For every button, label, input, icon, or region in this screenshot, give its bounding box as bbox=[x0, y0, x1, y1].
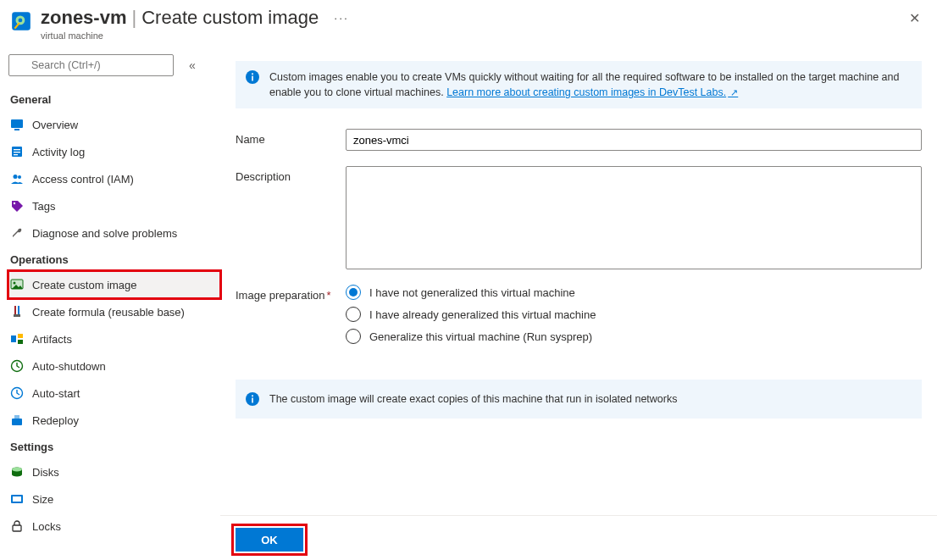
disk-icon bbox=[10, 465, 24, 479]
svg-point-12 bbox=[18, 175, 21, 179]
footer: OK bbox=[220, 515, 937, 560]
svg-rect-32 bbox=[252, 76, 253, 81]
svg-rect-5 bbox=[11, 119, 23, 128]
sidebar-item-activity-log[interactable]: Activity log bbox=[8, 138, 220, 165]
sidebar-item-label: Artifacts bbox=[32, 333, 72, 346]
external-link-icon: ↗ bbox=[728, 87, 738, 97]
sidebar-item-label: Activity log bbox=[32, 146, 85, 158]
info-text: The custom image will create exact copie… bbox=[269, 391, 677, 407]
image-icon bbox=[10, 278, 24, 291]
svg-rect-24 bbox=[12, 419, 22, 425]
page-header: zones-vm | Create custom image ··· virtu… bbox=[0, 0, 937, 46]
sidebar-item-diagnose[interactable]: Diagnose and solve problems bbox=[8, 219, 220, 247]
sidebar-item-locks[interactable]: Locks bbox=[8, 513, 220, 540]
name-label: Name bbox=[236, 129, 346, 146]
svg-point-36 bbox=[252, 395, 253, 396]
sidebar-item-label: Disks bbox=[32, 466, 59, 479]
tag-icon bbox=[10, 199, 24, 213]
wrench-icon bbox=[10, 226, 24, 240]
svg-point-27 bbox=[12, 468, 22, 472]
title-separator: | bbox=[131, 7, 136, 29]
sidebar-item-label: Access control (IAM) bbox=[32, 173, 134, 186]
overview-icon bbox=[10, 118, 24, 131]
sidebar-item-create-formula[interactable]: Create formula (reusable base) bbox=[8, 298, 220, 325]
sidebar-item-auto-start[interactable]: Auto-start bbox=[8, 380, 220, 407]
learn-more-link[interactable]: Learn more about creating custom images … bbox=[446, 86, 738, 98]
activity-log-icon bbox=[10, 145, 24, 158]
sidebar-item-label: Locks bbox=[32, 520, 61, 533]
svg-point-11 bbox=[14, 175, 18, 179]
collapse-sidebar-button[interactable]: « bbox=[189, 58, 196, 72]
sidebar-item-artifacts[interactable]: Artifacts bbox=[8, 325, 220, 352]
resource-name: zones-vm bbox=[41, 7, 126, 29]
svg-rect-21 bbox=[18, 340, 23, 344]
radio-icon bbox=[346, 307, 361, 322]
svg-rect-16 bbox=[14, 306, 16, 314]
sidebar-item-label: Overview bbox=[32, 119, 78, 131]
svg-point-15 bbox=[14, 282, 16, 285]
sidebar-item-tags[interactable]: Tags bbox=[8, 192, 220, 219]
sidebar-item-label: Diagnose and solve problems bbox=[32, 227, 177, 240]
sidebar-item-label: Auto-start bbox=[32, 387, 80, 400]
sidebar-item-access-control[interactable]: Access control (IAM) bbox=[8, 165, 220, 192]
radio-generalize-now[interactable]: Generalize this virtual machine (Run sys… bbox=[346, 329, 596, 344]
flask-icon bbox=[10, 305, 24, 319]
sidebar-item-label: Tags bbox=[32, 200, 55, 213]
sidebar-item-redeploy[interactable]: Redeploy bbox=[8, 407, 220, 434]
svg-rect-18 bbox=[14, 314, 20, 317]
nav-group-title: General bbox=[8, 86, 220, 111]
clock-icon bbox=[10, 359, 24, 373]
info-icon bbox=[246, 392, 259, 406]
artifacts-icon bbox=[10, 332, 24, 346]
redeploy-icon bbox=[10, 413, 24, 427]
svg-rect-9 bbox=[14, 152, 20, 152]
sidebar-item-label: Size bbox=[32, 493, 53, 506]
ok-button[interactable]: OK bbox=[236, 528, 303, 552]
nav-group-title: Operations bbox=[8, 247, 220, 271]
svg-rect-30 bbox=[13, 525, 21, 531]
info-banner-top: Custom images enable you to create VMs q… bbox=[236, 61, 922, 108]
main-panel: Custom images enable you to create VMs q… bbox=[220, 46, 937, 560]
radio-icon bbox=[346, 329, 361, 344]
description-input[interactable] bbox=[346, 166, 922, 269]
radio-not-generalized[interactable]: I have not generalized this virtual mach… bbox=[346, 285, 596, 300]
svg-point-13 bbox=[14, 202, 15, 204]
close-button[interactable]: ✕ bbox=[902, 7, 927, 30]
radio-label: I have already generalized this virtual … bbox=[369, 308, 596, 321]
svg-rect-20 bbox=[18, 334, 23, 338]
lock-icon bbox=[10, 519, 24, 533]
people-icon bbox=[10, 172, 24, 186]
sidebar-item-disks[interactable]: Disks bbox=[8, 458, 220, 485]
description-label: Description bbox=[236, 166, 346, 183]
sidebar-item-label: Create formula (reusable base) bbox=[32, 306, 185, 319]
sidebar-item-overview[interactable]: Overview bbox=[8, 111, 220, 138]
svg-point-33 bbox=[252, 73, 253, 75]
info-icon bbox=[246, 70, 259, 84]
radio-icon bbox=[346, 285, 361, 300]
more-actions-button[interactable]: ··· bbox=[334, 11, 349, 25]
svg-point-2 bbox=[19, 19, 23, 23]
radio-label: Generalize this virtual machine (Run sys… bbox=[369, 330, 592, 343]
svg-rect-29 bbox=[13, 496, 21, 502]
svg-rect-35 bbox=[252, 398, 253, 403]
name-input[interactable] bbox=[346, 129, 922, 151]
sidebar: « GeneralOverviewActivity logAccess cont… bbox=[0, 46, 220, 560]
sidebar-item-size[interactable]: Size bbox=[8, 485, 220, 513]
sidebar-item-auto-shutdown[interactable]: Auto-shutdown bbox=[8, 352, 220, 380]
clock-start-icon bbox=[10, 386, 24, 400]
svg-rect-19 bbox=[11, 335, 16, 342]
radio-already-generalized[interactable]: I have already generalized this virtual … bbox=[346, 307, 596, 322]
info-banner-bottom: The custom image will create exact copie… bbox=[236, 380, 922, 419]
page-title: Create custom image bbox=[141, 7, 319, 29]
breadcrumb: virtual machine bbox=[41, 30, 902, 41]
radio-label: I have not generalized this virtual mach… bbox=[369, 286, 575, 299]
sidebar-item-label: Create custom image bbox=[32, 279, 137, 291]
sidebar-item-label: Redeploy bbox=[32, 414, 79, 427]
vm-resource-icon bbox=[10, 10, 32, 32]
size-icon bbox=[10, 492, 24, 506]
svg-rect-6 bbox=[14, 129, 19, 130]
svg-rect-25 bbox=[14, 415, 19, 419]
search-input[interactable] bbox=[8, 54, 174, 76]
svg-rect-8 bbox=[14, 149, 20, 150]
sidebar-item-create-custom-image[interactable]: Create custom image bbox=[8, 271, 220, 298]
